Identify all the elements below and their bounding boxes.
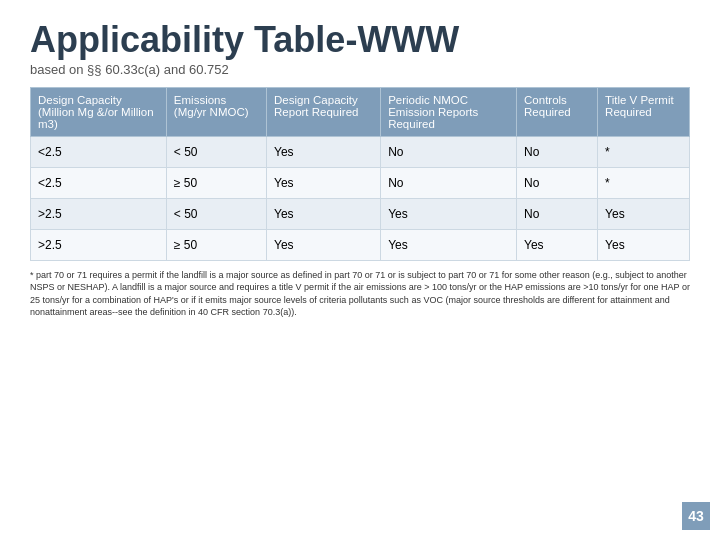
table-cell: No xyxy=(517,136,598,167)
table-cell: No xyxy=(517,198,598,229)
table-cell: >2.5 xyxy=(31,229,167,260)
applicability-table: Design Capacity (Million Mg &/or Million… xyxy=(30,87,690,261)
table-cell: Yes xyxy=(598,229,690,260)
table-row: >2.5< 50YesYesNoYes xyxy=(31,198,690,229)
table-cell: Yes xyxy=(517,229,598,260)
table-cell: < 50 xyxy=(166,136,266,167)
table-cell: Yes xyxy=(598,198,690,229)
subtitle: based on §§ 60.33c(a) and 60.752 xyxy=(30,62,690,77)
table-cell: Yes xyxy=(267,229,381,260)
table-cell: No xyxy=(381,167,517,198)
page-number: 43 xyxy=(682,502,710,530)
table-cell: <2.5 xyxy=(31,167,167,198)
table-cell: >2.5 xyxy=(31,198,167,229)
table-row: <2.5≥ 50YesNoNo* xyxy=(31,167,690,198)
table-cell: Yes xyxy=(381,229,517,260)
table-row: <2.5< 50YesNoNo* xyxy=(31,136,690,167)
col-header-2: Design Capacity Report Required xyxy=(267,87,381,136)
table-row: >2.5≥ 50YesYesYesYes xyxy=(31,229,690,260)
table-cell: < 50 xyxy=(166,198,266,229)
table-cell: <2.5 xyxy=(31,136,167,167)
footnote: * part 70 or 71 requires a permit if the… xyxy=(30,269,690,530)
table-cell: Yes xyxy=(267,136,381,167)
col-header-1: Emissions (Mg/yr NMOC) xyxy=(166,87,266,136)
table-cell: No xyxy=(517,167,598,198)
table-cell: * xyxy=(598,136,690,167)
col-header-4: Controls Required xyxy=(517,87,598,136)
table-cell: No xyxy=(381,136,517,167)
page: Applicability Table-WWW based on §§ 60.3… xyxy=(0,0,720,540)
table-cell: Yes xyxy=(267,167,381,198)
main-title: Applicability Table-WWW xyxy=(30,20,690,60)
table-cell: Yes xyxy=(267,198,381,229)
col-header-0: Design Capacity (Million Mg &/or Million… xyxy=(31,87,167,136)
table-cell: ≥ 50 xyxy=(166,167,266,198)
col-header-5: Title V Permit Required xyxy=(598,87,690,136)
table-cell: * xyxy=(598,167,690,198)
table-cell: Yes xyxy=(381,198,517,229)
col-header-3: Periodic NMOC Emission Reports Required xyxy=(381,87,517,136)
table-cell: ≥ 50 xyxy=(166,229,266,260)
